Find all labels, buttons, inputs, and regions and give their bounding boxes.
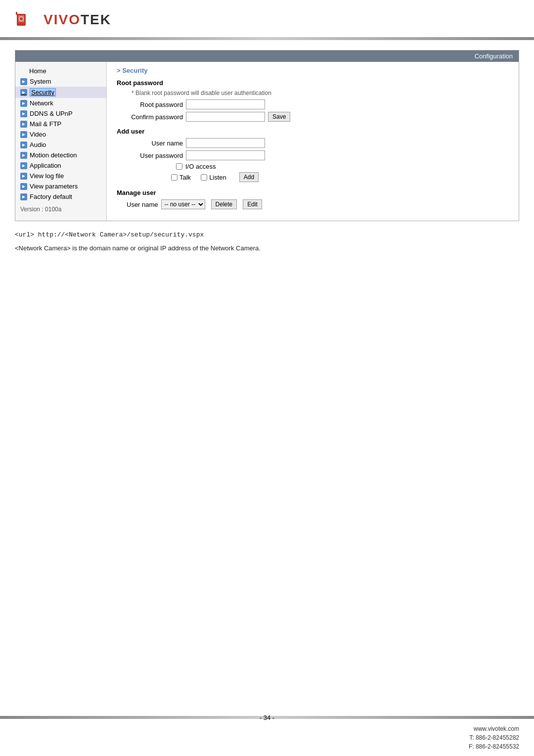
content-area: > Security Root password * Blank root pa… xyxy=(107,62,519,221)
talk-checkbox[interactable] xyxy=(171,174,178,181)
sidebar-network-label: Network xyxy=(30,99,53,107)
sidebar-viewlog-label: View log file xyxy=(30,172,64,180)
confirm-password-label: Confirm password xyxy=(127,113,186,121)
footer-wrapper xyxy=(15,274,519,472)
arrow-icon-audio: ► xyxy=(20,142,27,148)
io-access-checkbox[interactable] xyxy=(176,163,182,170)
arrow-icon-viewparams: ► xyxy=(20,183,27,190)
sidebar-security-label: Security xyxy=(30,88,56,96)
phone: T: 886-2-82455282 xyxy=(0,733,519,742)
sidebar-home-label: Home xyxy=(29,67,46,75)
description-text: <Network Camera> is the domain name or o… xyxy=(15,243,519,254)
page-header: VIVOTEK xyxy=(0,0,534,37)
user-password-input[interactable] xyxy=(186,150,265,160)
root-password-row: Root password xyxy=(127,99,509,109)
confirm-password-row: Confirm password Save xyxy=(127,112,509,122)
logo-icon xyxy=(15,10,40,30)
listen-label: Listen xyxy=(209,174,226,181)
sidebar-system-label: System xyxy=(30,78,51,85)
username-input[interactable] xyxy=(186,138,265,148)
sidebar-audio-label: Audio xyxy=(30,141,46,148)
arrow-icon-application: ► xyxy=(20,162,27,169)
sidebar-video-label: Video xyxy=(30,131,46,138)
contact-info: www.vivotek.com T: 886-2-82455282 F: 886… xyxy=(0,724,534,751)
root-password-section-title: Root password xyxy=(117,79,509,87)
fax: F: 886-2-82455532 xyxy=(0,742,519,751)
page-footer: - 34 - www.vivotek.com T: 886-2-82455282… xyxy=(0,714,534,751)
root-password-label: Root password xyxy=(127,101,186,108)
username-label: User name xyxy=(127,140,186,147)
version-text: Version : 0100a xyxy=(15,202,106,217)
sidebar-motion-label: Motion detection xyxy=(30,151,77,159)
sidebar-item-motion[interactable]: ► Motion detection xyxy=(15,150,106,160)
arrow-icon-motion: ► xyxy=(20,152,27,159)
sidebar-item-factory[interactable]: ► Factory default xyxy=(15,191,106,202)
logo-text: VIVOTEK xyxy=(44,12,111,28)
main-wrapper: Configuration Home ► System ► Security xyxy=(0,40,534,481)
config-body: Home ► System ► Security ► Network xyxy=(15,62,519,221)
page-number: - 34 - xyxy=(0,714,534,721)
sidebar-item-security[interactable]: ► Security xyxy=(15,87,106,98)
user-password-row: User password xyxy=(127,150,509,160)
save-button[interactable]: Save xyxy=(268,112,290,122)
arrow-icon-security: ► xyxy=(20,89,27,96)
svg-rect-4 xyxy=(16,12,17,15)
delete-button[interactable]: Delete xyxy=(211,199,237,209)
user-password-label: User password xyxy=(127,152,186,159)
sidebar-factory-label: Factory default xyxy=(30,193,72,200)
config-panel: Configuration Home ► System ► Security xyxy=(15,50,519,221)
arrow-icon-factory: ► xyxy=(20,193,27,200)
breadcrumb: > Security xyxy=(117,67,509,74)
sidebar-item-application[interactable]: ► Application xyxy=(15,160,106,171)
sidebar-item-network[interactable]: ► Network xyxy=(15,98,106,108)
sidebar-item-system[interactable]: ► System xyxy=(15,76,106,87)
arrow-icon-video: ► xyxy=(20,131,27,138)
root-password-input[interactable] xyxy=(186,99,265,109)
arrow-icon-viewlog: ► xyxy=(20,173,27,180)
sidebar-application-label: Application xyxy=(30,162,61,169)
config-title-bar: Configuration xyxy=(15,50,519,62)
username-row: User name xyxy=(127,138,509,148)
listen-checkbox-item: Listen xyxy=(201,174,226,181)
sidebar-mail-label: Mail & FTP xyxy=(30,120,61,128)
arrow-icon-mail: ► xyxy=(20,121,27,128)
sidebar-ddns-label: DDNS & UPnP xyxy=(30,110,73,117)
confirm-password-input[interactable] xyxy=(186,112,265,122)
sidebar: Home ► System ► Security ► Network xyxy=(15,62,107,221)
talk-label: Talk xyxy=(179,174,191,181)
logo: VIVOTEK xyxy=(15,10,519,30)
svg-point-3 xyxy=(20,17,23,20)
sidebar-item-mail[interactable]: ► Mail & FTP xyxy=(15,119,106,129)
io-access-row: I/O access xyxy=(176,163,509,170)
url-text: <url> http://<Network Camera>/setup/secu… xyxy=(15,230,519,240)
website: www.vivotek.com xyxy=(0,724,519,733)
edit-button[interactable]: Edit xyxy=(243,199,262,209)
manage-user-section: Manage user User name -- no user -- Dele… xyxy=(117,189,509,209)
root-password-hint: * Blank root password will disable user … xyxy=(132,90,509,96)
add-button[interactable]: Add xyxy=(239,172,259,182)
sidebar-item-viewparams[interactable]: ► View parameters xyxy=(15,181,106,191)
sidebar-item-ddns[interactable]: ► DDNS & UPnP xyxy=(15,108,106,119)
arrow-icon-network: ► xyxy=(20,100,27,107)
listen-checkbox[interactable] xyxy=(201,174,207,181)
manage-user-section-title: Manage user xyxy=(117,189,509,196)
manage-user-row: User name -- no user -- Delete Edit xyxy=(127,199,509,209)
sidebar-viewparams-label: View parameters xyxy=(30,183,78,190)
arrow-icon-ddns: ► xyxy=(20,110,27,117)
arrow-icon-system: ► xyxy=(20,78,27,85)
config-title: Configuration xyxy=(475,52,513,60)
talk-checkbox-item: Talk xyxy=(171,174,191,181)
add-user-section-title: Add user xyxy=(117,128,509,135)
io-access-label: I/O access xyxy=(185,163,216,170)
sidebar-item-viewlog[interactable]: ► View log file xyxy=(15,171,106,181)
sidebar-item-audio[interactable]: ► Audio xyxy=(15,140,106,150)
manage-user-select[interactable]: -- no user -- xyxy=(161,199,205,209)
sidebar-item-video[interactable]: ► Video xyxy=(15,129,106,140)
manage-username-label: User name xyxy=(127,201,158,208)
talk-listen-row: Talk Listen Add xyxy=(171,172,509,182)
sidebar-item-home[interactable]: Home xyxy=(15,66,106,76)
